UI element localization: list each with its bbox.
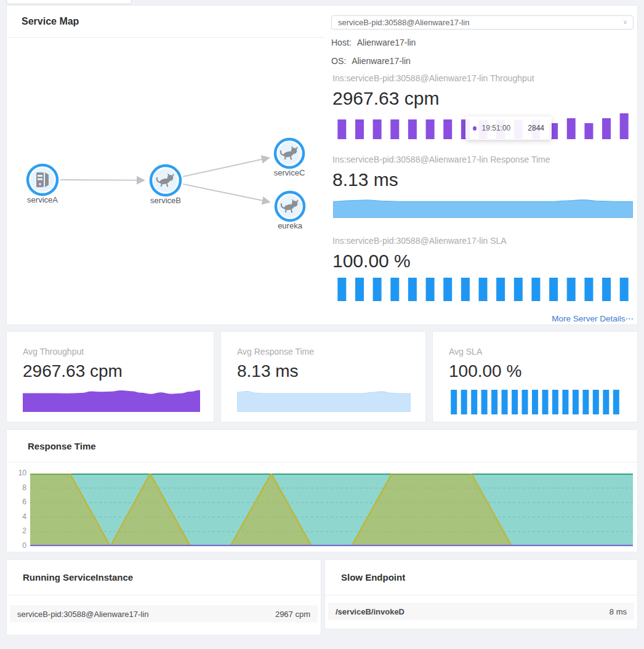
running-instance-panel: Running ServiceInstance serviceB-pid:305… [6, 559, 321, 635]
avg-response-time-chart[interactable] [237, 390, 411, 412]
os-row: OS:Alienware17-lin [331, 56, 411, 66]
instance-details-column: serviceB-pid:30588@Alienware17-lin ∨ Hos… [331, 6, 634, 326]
rt-ytick-label: 10 [10, 469, 26, 477]
instance-throughput-chart[interactable]: 19:51:00 2844 [333, 113, 633, 139]
service-node-label: eureka [278, 221, 303, 230]
rt-ytick-label: 8 [10, 483, 26, 492]
running-instance-row[interactable]: serviceB-pid:30588@Alienware17-lin 2967 … [10, 605, 318, 623]
running-instance-header: Running ServiceInstance [7, 560, 321, 595]
chart-tooltip: 19:51:00 2844 [465, 116, 552, 140]
instance-response-value: 8.13 ms [332, 169, 398, 190]
service-node-label: serviceB [150, 196, 181, 205]
tooltip-time: 19:51:00 [482, 124, 511, 132]
instance-sla-value: 100.00 % [332, 251, 411, 272]
avg-response-time-card: Avg Response Time 8.13 ms [220, 331, 426, 422]
service-map-panel: Service Map serviceAserviceBserviceCeure… [6, 5, 638, 325]
instance-select-value: serviceB-pid:30588@Alienware17-lin [338, 18, 469, 27]
instance-sla-label: Ins:serviceB-pid:30588@Alienware17-lin S… [332, 236, 507, 246]
avg-throughput-label: Avg Throughput [23, 347, 84, 357]
avg-throughput-card: Avg Throughput 2967.63 cpm [6, 331, 214, 422]
instance-throughput-label: Ins:serviceB-pid:30588@Alienware17-lin T… [332, 73, 534, 83]
service-map-header: Service Map [7, 6, 325, 38]
slow-endpoint-title: Slow Endpoint [341, 572, 405, 582]
avg-response-time-label: Avg Response Time [237, 347, 314, 357]
service-node-serviceC[interactable]: serviceC [274, 139, 305, 177]
rt-ytick-label: 0 [10, 541, 26, 550]
service-node-label: serviceA [27, 195, 58, 204]
host-row: Host:Alienware17-lin [331, 38, 416, 47]
running-instance-title: Running ServiceInstance [23, 572, 133, 582]
page: Service Map serviceAserviceBserviceCeure… [0, 0, 644, 649]
avg-response-time-value: 8.13 ms [237, 361, 299, 381]
slow-endpoint-metric: 8 ms [610, 607, 627, 616]
running-instance-metric: 2967 cpm [275, 610, 310, 619]
response-time-title: Response Time [28, 441, 96, 451]
avg-sla-value: 100.00 % [449, 361, 521, 381]
instance-response-chart[interactable] [333, 198, 633, 218]
running-instance-name: serviceB-pid:30588@Alienware17-lin [17, 610, 148, 619]
service-node-serviceB[interactable]: serviceB [150, 166, 181, 205]
service-edge-serviceB-serviceC [183, 158, 269, 177]
tooltip-value: 2844 [528, 124, 544, 132]
more-server-details-link[interactable]: More Server Details⋯ [552, 313, 634, 323]
service-edge-serviceA-serviceB [60, 180, 144, 180]
slow-endpoint-panel: Slow Endpoint /serviceB/invokeD 8 ms [324, 559, 638, 629]
avg-sla-chart[interactable] [449, 390, 621, 414]
response-time-chart[interactable] [30, 474, 633, 546]
service-node-serviceA[interactable]: serviceA [27, 165, 58, 204]
slow-endpoint-header: Slow Endpoint [325, 560, 637, 595]
os-label: OS: [331, 56, 346, 66]
service-map-title: Service Map [22, 16, 79, 27]
os-value: Alienware17-lin [352, 56, 411, 66]
chevron-down-icon: ∨ [623, 18, 627, 25]
response-time-panel: Response Time 1086420 [6, 429, 638, 552]
rt-ytick-label: 6 [10, 498, 26, 506]
host-label: Host: [331, 38, 352, 47]
service-edge-serviceB-eureka [183, 184, 269, 202]
server-icon [36, 172, 49, 187]
response-time-header: Response Time [7, 430, 637, 462]
avg-throughput-value: 2967.63 cpm [23, 361, 123, 381]
service-node-eureka[interactable]: eureka [276, 192, 304, 230]
service-node-label: serviceC [274, 168, 305, 177]
avg-sla-label: Avg SLA [449, 347, 482, 357]
avg-throughput-chart[interactable] [23, 390, 200, 412]
avg-sla-card: Avg SLA 100.00 % [432, 331, 638, 422]
tooltip-series-dot [473, 126, 477, 131]
clipped-top-control[interactable] [6, 0, 132, 4]
instance-throughput-value: 2967.63 cpm [332, 88, 439, 109]
host-value: Alienware17-lin [357, 38, 416, 47]
instance-select[interactable]: serviceB-pid:30588@Alienware17-lin ∨ [331, 15, 634, 30]
service-map-canvas[interactable]: serviceAserviceBserviceCeureka [7, 38, 325, 326]
slow-endpoint-name: /serviceB/invokeD [336, 607, 405, 616]
rt-ytick-label: 2 [10, 526, 26, 535]
instance-sla-chart[interactable] [333, 278, 633, 301]
slow-endpoint-row[interactable]: /serviceB/invokeD 8 ms [328, 603, 634, 620]
instance-response-label: Ins:serviceB-pid:30588@Alienware17-lin R… [332, 155, 550, 164]
rt-ytick-label: 4 [10, 512, 26, 521]
